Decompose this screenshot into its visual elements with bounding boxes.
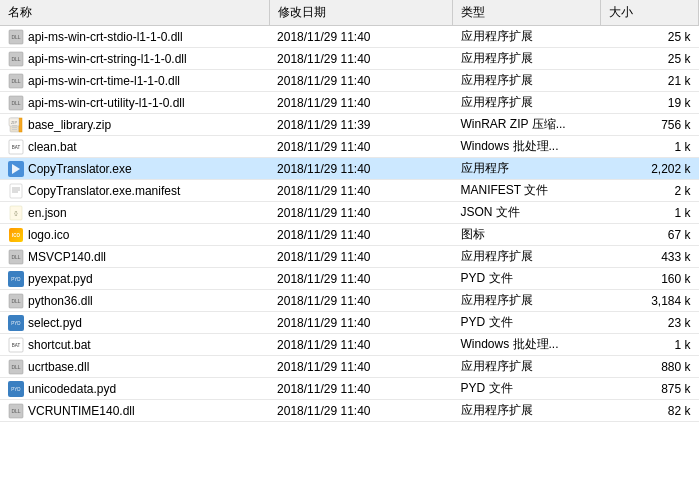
- pyd-icon: PYD: [8, 271, 24, 287]
- table-row[interactable]: {}en.json2018/11/29 11:40JSON 文件1 k: [0, 202, 699, 224]
- file-name-text: clean.bat: [28, 140, 77, 154]
- file-name-text: unicodedata.pyd: [28, 382, 116, 396]
- file-date-cell: 2018/11/29 11:40: [269, 26, 452, 48]
- file-type-cell: JSON 文件: [453, 202, 601, 224]
- table-row[interactable]: DLLMSVCP140.dll2018/11/29 11:40应用程序扩展433…: [0, 246, 699, 268]
- file-name-cell: {}en.json: [0, 202, 269, 224]
- file-size-cell: 67 k: [601, 224, 699, 246]
- table-row[interactable]: CopyTranslator.exe2018/11/29 11:40应用程序2,…: [0, 158, 699, 180]
- col-header-name[interactable]: 名称: [0, 0, 269, 26]
- svg-text:DLL: DLL: [11, 254, 20, 260]
- file-date-cell: 2018/11/29 11:40: [269, 70, 452, 92]
- table-row[interactable]: PYDunicodedata.pyd2018/11/29 11:40PYD 文件…: [0, 378, 699, 400]
- file-size-cell: 1 k: [601, 136, 699, 158]
- file-date-cell: 2018/11/29 11:40: [269, 290, 452, 312]
- pyd-icon: PYD: [8, 315, 24, 331]
- table-row[interactable]: DLLpython36.dll2018/11/29 11:40应用程序扩展3,1…: [0, 290, 699, 312]
- file-name-text: CopyTranslator.exe.manifest: [28, 184, 180, 198]
- file-name-cell: DLLapi-ms-win-crt-time-l1-1-0.dll: [0, 70, 269, 92]
- file-name-cell: DLLVCRUNTIME140.dll: [0, 400, 269, 422]
- svg-rect-13: [12, 127, 17, 128]
- file-size-cell: 2,202 k: [601, 158, 699, 180]
- file-name-text: select.pyd: [28, 316, 82, 330]
- table-row[interactable]: ZIP base_library.zip2018/11/29 11:39WinR…: [0, 114, 699, 136]
- file-type-cell: 应用程序扩展: [453, 92, 601, 114]
- col-header-size[interactable]: 大小: [601, 0, 699, 26]
- file-name-cell: BATclean.bat: [0, 136, 269, 158]
- dll-icon: DLL: [8, 29, 24, 45]
- file-name-cell: ICO logo.ico: [0, 224, 269, 246]
- file-name-text: api-ms-win-crt-string-l1-1-0.dll: [28, 52, 187, 66]
- table-row[interactable]: DLLucrtbase.dll2018/11/29 11:40应用程序扩展880…: [0, 356, 699, 378]
- svg-text:ZIP: ZIP: [11, 120, 18, 125]
- col-type-label: 类型: [461, 5, 485, 19]
- file-size-cell: 756 k: [601, 114, 699, 136]
- file-name-text: shortcut.bat: [28, 338, 91, 352]
- file-type-cell: Windows 批处理...: [453, 136, 601, 158]
- table-row[interactable]: DLLVCRUNTIME140.dll2018/11/29 11:40应用程序扩…: [0, 400, 699, 422]
- file-name-cell: ZIP base_library.zip: [0, 114, 269, 136]
- file-date-cell: 2018/11/29 11:40: [269, 180, 452, 202]
- file-date-cell: 2018/11/29 11:40: [269, 224, 452, 246]
- file-size-cell: 160 k: [601, 268, 699, 290]
- pyd-icon: PYD: [8, 381, 24, 397]
- table-row[interactable]: DLLapi-ms-win-crt-stdio-l1-1-0.dll2018/1…: [0, 26, 699, 48]
- file-date-cell: 2018/11/29 11:40: [269, 136, 452, 158]
- file-table: 名称 修改日期 类型 大小 DLLapi-ms-win-crt-stdio-l1…: [0, 0, 699, 422]
- col-name-label: 名称: [8, 5, 32, 19]
- file-name-text: api-ms-win-crt-time-l1-1-0.dll: [28, 74, 180, 88]
- file-size-cell: 1 k: [601, 202, 699, 224]
- file-name-cell: PYDselect.pyd: [0, 312, 269, 334]
- file-type-cell: MANIFEST 文件: [453, 180, 601, 202]
- dll-icon: DLL: [8, 403, 24, 419]
- file-name-cell: BATshortcut.bat: [0, 334, 269, 356]
- col-header-type[interactable]: 类型: [453, 0, 601, 26]
- file-name-text: api-ms-win-crt-stdio-l1-1-0.dll: [28, 30, 183, 44]
- file-date-cell: 2018/11/29 11:39: [269, 114, 452, 136]
- dll-icon: DLL: [8, 51, 24, 67]
- file-name-cell: DLLapi-ms-win-crt-utility-l1-1-0.dll: [0, 92, 269, 114]
- dll-icon: DLL: [8, 359, 24, 375]
- file-size-cell: 3,184 k: [601, 290, 699, 312]
- svg-text:PYD: PYD: [11, 277, 21, 282]
- table-row[interactable]: DLLapi-ms-win-crt-string-l1-1-0.dll2018/…: [0, 48, 699, 70]
- table-row[interactable]: PYDpyexpat.pyd2018/11/29 11:40PYD 文件160 …: [0, 268, 699, 290]
- file-size-cell: 1 k: [601, 334, 699, 356]
- table-row[interactable]: ICO logo.ico2018/11/29 11:40图标67 k: [0, 224, 699, 246]
- file-type-cell: 图标: [453, 224, 601, 246]
- table-row[interactable]: DLLapi-ms-win-crt-utility-l1-1-0.dll2018…: [0, 92, 699, 114]
- svg-text:DLL: DLL: [11, 100, 20, 106]
- file-list-body: DLLapi-ms-win-crt-stdio-l1-1-0.dll2018/1…: [0, 26, 699, 422]
- dll-icon: DLL: [8, 293, 24, 309]
- file-name-text: logo.ico: [28, 228, 69, 242]
- file-size-cell: 25 k: [601, 48, 699, 70]
- ico-icon: ICO: [8, 227, 24, 243]
- svg-text:PYD: PYD: [11, 321, 21, 326]
- table-row[interactable]: BATclean.bat2018/11/29 11:40Windows 批处理.…: [0, 136, 699, 158]
- file-explorer: 名称 修改日期 类型 大小 DLLapi-ms-win-crt-stdio-l1…: [0, 0, 699, 504]
- bat-icon: BAT: [8, 337, 24, 353]
- file-date-cell: 2018/11/29 11:40: [269, 400, 452, 422]
- file-name-text: python36.dll: [28, 294, 93, 308]
- exe-icon: [8, 161, 24, 177]
- manifest-icon: [8, 183, 24, 199]
- file-date-cell: 2018/11/29 11:40: [269, 356, 452, 378]
- file-name-text: CopyTranslator.exe: [28, 162, 132, 176]
- file-type-cell: 应用程序扩展: [453, 356, 601, 378]
- file-type-cell: 应用程序扩展: [453, 48, 601, 70]
- svg-text:DLL: DLL: [11, 408, 20, 414]
- svg-text:DLL: DLL: [11, 298, 20, 304]
- svg-rect-19: [10, 184, 22, 198]
- file-type-cell: 应用程序: [453, 158, 601, 180]
- file-name-text: VCRUNTIME140.dll: [28, 404, 135, 418]
- table-row[interactable]: DLLapi-ms-win-crt-time-l1-1-0.dll2018/11…: [0, 70, 699, 92]
- table-row[interactable]: BATshortcut.bat2018/11/29 11:40Windows 批…: [0, 334, 699, 356]
- svg-rect-14: [12, 129, 17, 130]
- col-header-date[interactable]: 修改日期: [269, 0, 452, 26]
- svg-rect-9: [19, 118, 22, 132]
- table-row[interactable]: PYDselect.pyd2018/11/29 11:40PYD 文件23 k: [0, 312, 699, 334]
- table-row[interactable]: CopyTranslator.exe.manifest2018/11/29 11…: [0, 180, 699, 202]
- file-name-cell: DLLMSVCP140.dll: [0, 246, 269, 268]
- svg-text:DLL: DLL: [11, 78, 20, 84]
- file-name-text: pyexpat.pyd: [28, 272, 93, 286]
